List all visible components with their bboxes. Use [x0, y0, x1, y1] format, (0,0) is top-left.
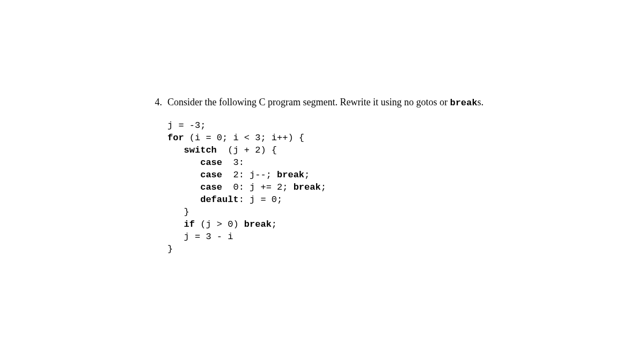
prompt-text-b: s. [477, 97, 484, 107]
keyword-break-2: break [294, 182, 321, 192]
keyword-case-3: case [200, 157, 222, 168]
code-line-5a: 2: j--; [222, 170, 277, 180]
code-block: j = -3; for (i = 0; i < 3; i++) { switch… [167, 119, 484, 255]
prompt-text-a: Consider the following C program segment… [167, 97, 450, 107]
code-line-2: (i = 0; i < 3; i++) { [184, 133, 304, 143]
code-line-6b: ; [321, 182, 326, 192]
problem-block: 4. Consider the following C program segm… [150, 96, 537, 255]
keyword-if: if [184, 219, 195, 229]
code-line-9b: ; [272, 219, 277, 229]
problem-prompt: Consider the following C program segment… [167, 96, 484, 110]
code-line-6a: 0: j += 2; [222, 182, 294, 192]
keyword-break-1: break [277, 170, 304, 180]
code-line-7: : j = 0; [239, 195, 283, 205]
keyword-default: default [200, 195, 238, 205]
code-line-10: j = 3 - i [167, 232, 233, 242]
problem-number: 4. [150, 96, 162, 109]
code-line-1: j = -3; [167, 120, 206, 131]
code-line-9a: (j > 0) [195, 219, 244, 229]
keyword-switch: switch [184, 145, 217, 155]
keyword-break: break [450, 98, 477, 108]
keyword-break-3: break [244, 219, 272, 229]
code-line-3: (j + 2) { [217, 145, 277, 155]
code-line-8: } [167, 207, 189, 217]
keyword-case-0: case [200, 182, 222, 192]
keyword-for: for [167, 133, 184, 143]
page: 4. Consider the following C program segm… [0, 0, 644, 338]
code-line-4: 3: [222, 157, 244, 168]
code-line-11: } [167, 244, 173, 254]
problem-body: Consider the following C program segment… [167, 96, 484, 255]
keyword-case-2: case [200, 170, 222, 180]
code-line-5b: ; [304, 170, 310, 180]
